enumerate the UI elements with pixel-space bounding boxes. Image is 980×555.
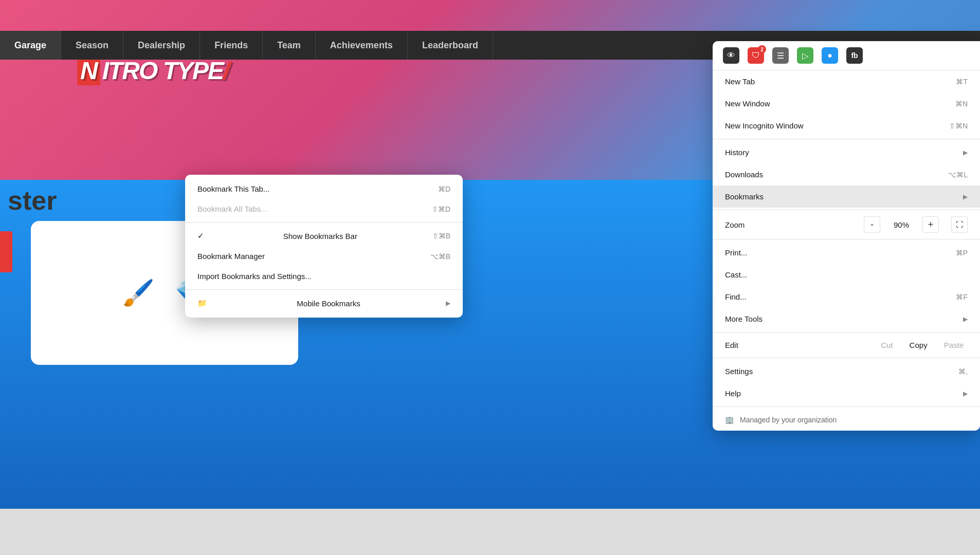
show-bookmarks-shortcut: ⇧⌘B (432, 232, 450, 240)
bookmark-this-tab[interactable]: Bookmark This Tab... ⌘D (185, 179, 463, 199)
copy-button[interactable]: Copy (905, 339, 932, 351)
new-window-item[interactable]: New Window ⌘N (713, 92, 980, 115)
bookmark-manager-label: Bookmark Manager (197, 252, 265, 261)
zoom-value: 90% (888, 220, 914, 229)
bookmark-all-label: Bookmark All Tabs... (197, 205, 267, 213)
paste-button[interactable]: Paste (940, 339, 968, 351)
more-tools-arrow: ▶ (963, 316, 968, 323)
print-shortcut: ⌘P (956, 249, 968, 257)
hero-partial-text: ster (8, 185, 57, 216)
bookmarks-label: Bookmarks (725, 192, 764, 201)
nav-garage[interactable]: Garage (0, 31, 61, 60)
more-tools-label: More Tools (725, 314, 763, 323)
website-content: NITRO TYPE/ 👤 garage Garage Season Deale… (0, 0, 980, 509)
bookmarks-item[interactable]: Bookmarks ▶ (713, 186, 980, 208)
menu-divider-3 (713, 239, 980, 239)
help-item[interactable]: Help ▶ (713, 382, 980, 404)
managed-row: 🏢 Managed by your organization (713, 409, 980, 431)
nav-season[interactable]: Season (61, 31, 123, 60)
history-label: History (725, 148, 749, 157)
downloads-shortcut: ⌥⌘L (948, 171, 968, 179)
fullscreen-button[interactable]: ⛶ (951, 216, 968, 233)
bookmark-manager[interactable]: Bookmark Manager ⌥⌘B (185, 246, 463, 266)
nav-team[interactable]: Team (263, 31, 316, 60)
new-tab-item[interactable]: New Tab ⌘T (713, 70, 980, 92)
ext-fb[interactable]: fb (846, 47, 863, 64)
zoom-label: Zoom (725, 220, 864, 229)
paint-brush-icon: 🖌️ (122, 278, 154, 308)
nav-achievements[interactable]: Achievements (316, 31, 408, 60)
find-item[interactable]: Find... ⌘F (713, 286, 980, 308)
tab-manager-extension[interactable]: ☰ (772, 47, 789, 64)
menu-divider-2 (713, 210, 980, 210)
zoom-minus-button[interactable]: - (864, 216, 880, 233)
bookmarks-submenu: Bookmark This Tab... ⌘D Bookmark All Tab… (185, 175, 463, 318)
menu-divider-1 (713, 139, 980, 139)
extension-badge: 2 (758, 45, 766, 53)
settings-shortcut: ⌘, (958, 367, 968, 376)
help-label: Help (725, 389, 741, 398)
new-tab-shortcut: ⌘T (956, 78, 968, 86)
dark-reader-extension[interactable]: 👁 (723, 47, 739, 64)
print-item[interactable]: Print... ⌘P (713, 242, 980, 264)
cast-label: Cast... (725, 270, 747, 279)
menu-divider-5 (713, 358, 980, 358)
logo-n: N (77, 56, 100, 85)
zoom-row: Zoom - 90% + ⛶ (713, 212, 980, 237)
new-window-shortcut: ⌘N (955, 100, 968, 108)
edit-label: Edit (725, 341, 877, 349)
help-arrow: ▶ (963, 390, 968, 397)
red-side-button[interactable] (0, 231, 12, 272)
menu-divider-4 (713, 332, 980, 332)
edit-actions: Cut Copy Paste (877, 339, 968, 351)
managed-icon: 🏢 (725, 416, 734, 424)
tampermonkey-extension[interactable]: ▷ (797, 47, 813, 64)
show-bookmarks-label: Show Bookmarks Bar (283, 232, 357, 240)
bookmarks-arrow: ▶ (963, 193, 968, 200)
folder-icon: 📁 (197, 299, 207, 308)
import-bookmarks[interactable]: Import Bookmarks and Settings... (185, 266, 463, 286)
edit-row: Edit Cut Copy Paste (713, 335, 980, 356)
find-shortcut: ⌘F (956, 293, 968, 301)
mobile-bookmarks-label: Mobile Bookmarks (297, 299, 360, 308)
settings-item[interactable]: Settings ⌘, (713, 360, 980, 382)
managed-label: Managed by your organization (740, 416, 837, 424)
nav-friends[interactable]: Friends (200, 31, 263, 60)
new-incognito-shortcut: ⇧⌘N (949, 122, 968, 130)
more-tools-item[interactable]: More Tools ▶ (713, 308, 980, 330)
bookmark-tab-shortcut: ⌘D (438, 185, 450, 193)
downloads-label: Downloads (725, 170, 763, 179)
cast-item[interactable]: Cast... (713, 264, 980, 286)
settings-label: Settings (725, 367, 753, 376)
extensions-row: 👁 🛡 2 ☰ ▷ ● fb (713, 41, 980, 70)
submenu-divider-2 (185, 289, 463, 290)
downloads-item[interactable]: Downloads ⌥⌘L (713, 163, 980, 186)
zoom-controls: - 90% + ⛶ (864, 216, 968, 233)
bookmark-manager-shortcut: ⌥⌘B (430, 252, 450, 261)
print-label: Print... (725, 248, 747, 257)
cut-button[interactable]: Cut (877, 339, 897, 351)
history-arrow: ▶ (963, 149, 968, 156)
chrome-menu: 👁 🛡 2 ☰ ▷ ● fb New Tab ⌘T New Window ⌘N … (713, 41, 980, 431)
import-label: Import Bookmarks and Settings... (197, 272, 312, 281)
nav-leaderboard[interactable]: Leaderboard (408, 31, 493, 60)
bookmark-all-tabs: Bookmark All Tabs... ⇧⌘D (185, 199, 463, 219)
submenu-divider-1 (185, 222, 463, 223)
show-bookmarks-bar[interactable]: ✓ Show Bookmarks Bar ⇧⌘B (185, 226, 463, 246)
new-window-label: New Window (725, 99, 770, 108)
checkmark: ✓ (197, 231, 204, 240)
menu-divider-6 (713, 406, 980, 407)
bookmark-tab-label: Bookmark This Tab... (197, 184, 269, 193)
nav-dealership[interactable]: Dealership (123, 31, 200, 60)
ublockorigin-extension[interactable]: 🛡 2 (748, 47, 764, 64)
mobile-bookmarks-arrow: ▶ (446, 300, 450, 307)
new-incognito-label: New Incognito Window (725, 121, 804, 130)
mobile-bookmarks[interactable]: 📁 Mobile Bookmarks ▶ (185, 293, 463, 313)
zoom-plus-button[interactable]: + (922, 216, 939, 233)
new-tab-label: New Tab (725, 77, 755, 86)
history-item[interactable]: History ▶ (713, 141, 980, 163)
bookmark-all-shortcut: ⇧⌘D (432, 205, 450, 213)
find-label: Find... (725, 292, 747, 301)
new-incognito-item[interactable]: New Incognito Window ⇧⌘N (713, 115, 980, 137)
ext-blue[interactable]: ● (822, 47, 838, 64)
